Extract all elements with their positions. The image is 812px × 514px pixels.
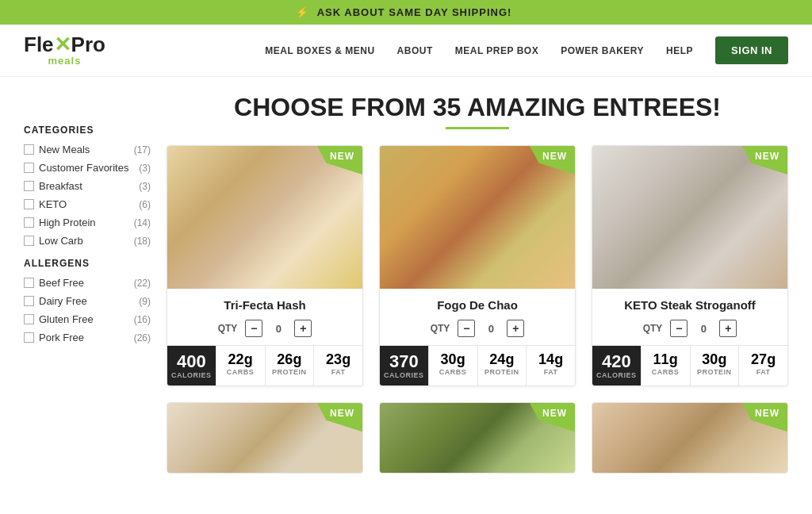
fat-value-tri-fecta: 23g [317, 352, 359, 368]
partial-card-2: NEW [379, 402, 576, 474]
nav-meal-boxes[interactable]: MEAL BOXES & MENU [265, 45, 374, 56]
category-new-meals-count: (17) [134, 144, 151, 155]
protein-label-tri-fecta: PROTEIN [269, 368, 311, 376]
meal-name-keto-steak: KETO Steak Stroganoff [602, 298, 778, 312]
nav-meal-prep[interactable]: MEAL PREP BOX [455, 45, 538, 56]
category-keto[interactable]: KETO (6) [24, 198, 151, 210]
allergen-gluten-free-count: (16) [134, 314, 151, 325]
nav-power-bakery[interactable]: POWER BAKERY [561, 45, 644, 56]
allergen-dairy-free-label: Dairy Free [39, 295, 87, 307]
allergen-dairy-free[interactable]: Dairy Free (9) [24, 295, 151, 307]
nutrition-keto-steak: 420 CALORIES 11g CARBS 30g PROTEIN 27g F… [592, 345, 787, 386]
checkbox-new-meals[interactable] [24, 144, 34, 155]
allergen-gluten-free[interactable]: Gluten Free (16) [24, 313, 151, 325]
top-banner: ⚡ ASK ABOUT SAME DAY SHIPPING! [0, 0, 812, 25]
carbs-keto-steak: 11g CARBS [642, 346, 691, 386]
checkbox-pork-free[interactable] [24, 332, 34, 343]
meal-photo-fogo [380, 146, 575, 289]
qty-row-fogo: QTY − 0 + [389, 320, 565, 337]
carbs-tri-fecta: 22g CARBS [216, 346, 266, 386]
carbs-label-fogo: CARBS [432, 368, 474, 376]
checkbox-dairy-free[interactable] [24, 296, 34, 306]
fat-keto-steak: 27g FAT [739, 346, 787, 386]
qty-minus-tri-fecta[interactable]: − [245, 320, 262, 337]
carbs-fogo: 30g CARBS [429, 346, 478, 386]
fat-fogo: 14g FAT [527, 346, 575, 386]
checkbox-customer-favorites[interactable] [24, 163, 34, 173]
checkbox-high-protein[interactable] [24, 217, 34, 228]
calories-value-fogo: 370 [383, 352, 425, 371]
allergen-pork-free[interactable]: Pork Free (26) [24, 332, 151, 343]
category-breakfast[interactable]: Breakfast (3) [24, 180, 151, 192]
main-layout: CATEGORIES New Meals (17) Customer Favor… [0, 77, 812, 489]
nav-help[interactable]: HELP [666, 45, 693, 56]
checkbox-breakfast[interactable] [24, 181, 34, 191]
meal-body-fogo: Fogo De Chao QTY − 0 + [380, 289, 575, 337]
allergen-pork-free-count: (26) [134, 332, 151, 343]
allergen-beef-free[interactable]: Beef Free (22) [24, 277, 151, 289]
protein-label-fogo: PROTEIN [481, 368, 523, 376]
allergen-pork-free-label: Pork Free [39, 332, 84, 343]
meal-name-tri-fecta: Tri-Fecta Hash [177, 298, 353, 312]
content-area: CHOOSE FROM 35 AMAZING ENTREES! NEW Tri-… [151, 93, 788, 474]
carbs-value-fogo: 30g [432, 352, 474, 368]
protein-fogo: 24g PROTEIN [478, 346, 527, 386]
nav-about[interactable]: ABOUT [397, 45, 433, 56]
qty-value-tri-fecta: 0 [270, 323, 286, 335]
calories-keto-steak: 420 CALORIES [592, 346, 642, 386]
protein-keto-steak: 30g PROTEIN [691, 346, 740, 386]
checkbox-gluten-free[interactable] [24, 314, 34, 324]
checkbox-beef-free[interactable] [24, 278, 34, 288]
logo[interactable]: Fle✕Pro meals [24, 34, 105, 67]
fat-value-keto-steak: 27g [742, 352, 784, 368]
meal-name-fogo: Fogo De Chao [389, 298, 565, 312]
nutrition-fogo: 370 CALORIES 30g CARBS 24g PROTEIN 14g F… [380, 345, 575, 386]
category-high-protein-label: High Protein [39, 217, 96, 228]
category-breakfast-count: (3) [139, 181, 151, 192]
category-high-protein-count: (14) [134, 217, 151, 228]
meal-card-keto-steak: NEW KETO Steak Stroganoff QTY − 0 + 420 … [592, 145, 788, 386]
category-high-protein[interactable]: High Protein (14) [24, 217, 151, 228]
qty-plus-tri-fecta[interactable]: + [294, 320, 312, 337]
category-new-meals-label: New Meals [39, 144, 90, 155]
calories-label-fogo: CALORIES [383, 371, 425, 379]
fat-label-tri-fecta: FAT [317, 368, 359, 376]
calories-fogo: 370 CALORIES [380, 346, 429, 386]
qty-row-keto-steak: QTY − 0 + [602, 320, 778, 337]
qty-minus-keto-steak[interactable]: − [670, 320, 688, 337]
checkbox-keto[interactable] [24, 199, 34, 209]
header: Fle✕Pro meals MEAL BOXES & MENU ABOUT ME… [0, 25, 812, 77]
categories-title: CATEGORIES [24, 125, 151, 136]
category-low-carb-label: Low Carb [39, 235, 83, 247]
protein-value-fogo: 24g [481, 352, 523, 368]
allergen-beef-free-label: Beef Free [39, 277, 84, 289]
page-title: CHOOSE FROM 35 AMAZING ENTREES! [167, 93, 788, 122]
carbs-label-keto-steak: CARBS [645, 368, 687, 376]
calories-label-tri-fecta: CALORIES [170, 371, 213, 379]
banner-text: ASK ABOUT SAME DAY SHIPPING! [317, 6, 512, 18]
meal-body-tri-fecta: Tri-Fecta Hash QTY − 0 + [167, 289, 362, 337]
protein-tri-fecta: 26g PROTEIN [266, 346, 315, 386]
carbs-value-tri-fecta: 22g [220, 352, 262, 368]
banner-icon: ⚡ [296, 6, 309, 18]
category-customer-favorites-count: (3) [139, 163, 151, 174]
allergen-beef-free-count: (22) [134, 278, 151, 289]
calories-label-keto-steak: CALORIES [596, 371, 638, 379]
title-underline [446, 127, 509, 129]
qty-plus-keto-steak[interactable]: + [719, 320, 737, 337]
category-keto-label: KETO [39, 198, 67, 210]
qty-label-fogo: QTY [431, 323, 450, 334]
qty-minus-fogo[interactable]: − [458, 320, 475, 337]
signin-button[interactable]: SIGN IN [715, 36, 788, 64]
protein-value-tri-fecta: 26g [269, 352, 311, 368]
allergen-dairy-free-count: (9) [139, 296, 151, 307]
allergen-gluten-free-label: Gluten Free [39, 313, 94, 325]
qty-plus-fogo[interactable]: + [507, 320, 524, 337]
calories-tri-fecta: 400 CALORIES [167, 346, 216, 386]
fat-label-keto-steak: FAT [742, 368, 784, 376]
category-customer-favorites[interactable]: Customer Favorites (3) [24, 162, 151, 174]
category-low-carb[interactable]: Low Carb (18) [24, 235, 151, 247]
checkbox-low-carb[interactable] [24, 236, 34, 246]
calories-value-tri-fecta: 400 [170, 352, 213, 371]
category-new-meals[interactable]: New Meals (17) [24, 144, 151, 155]
